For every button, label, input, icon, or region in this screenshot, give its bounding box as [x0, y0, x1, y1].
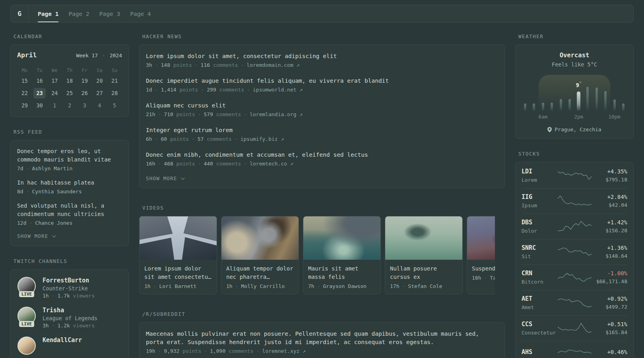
stock-row[interactable]: CRN Bitcorn -1.00% $66,171.48 — [522, 265, 627, 290]
stock-symbol: CRN — [522, 270, 558, 277]
video-title[interactable]: Lorem ipsum dolor sit amet consectetu… — [144, 265, 212, 281]
tab-page-1[interactable]: Page 1 — [38, 5, 58, 22]
calendar-day: 16 — [33, 76, 46, 86]
separator-dot: · — [153, 283, 157, 289]
comments-count: 299 — [207, 87, 216, 93]
separator-dot: · — [402, 283, 405, 289]
calendar-month: April — [17, 51, 37, 59]
video-author: Molly Carrillo — [241, 283, 285, 289]
stock-price: $66,171.48 — [592, 278, 628, 284]
video-title[interactable]: Suspendisse diam — [472, 265, 495, 273]
video-meta: 1h·Molly Carrillo — [226, 283, 294, 289]
rss-item-title[interactable]: Donec tempor eros leo, ut commodo mauris… — [17, 147, 122, 164]
comments-label: comments — [213, 111, 241, 117]
calendar-day: 18 — [63, 76, 76, 86]
hackernews-item: Donec enim nibh, condimentum et accumsan… — [146, 151, 498, 167]
stock-identity: AET Amet — [522, 295, 558, 310]
twitch-channel-name[interactable]: KendallCarr — [43, 337, 82, 344]
source-domain-link[interactable]: loremnet.xyz — [262, 348, 300, 354]
story-title[interactable]: Aliquam nec cursus elit — [146, 101, 498, 110]
item-author: Chance Jones — [35, 220, 72, 226]
rss-item-meta: 12d·Chance Jones — [17, 220, 122, 226]
tab-page-2[interactable]: Page 2 — [68, 5, 89, 22]
hackernews-card: Lorem ipsum dolor sit amet, consectetur … — [139, 45, 505, 188]
stock-row[interactable]: AET Amet +0.92% $499.72 — [522, 290, 627, 315]
source-domain-link[interactable]: loremtech.co — [250, 161, 287, 167]
stock-row[interactable]: AHS +0.46% — [522, 341, 627, 358]
comments-label: comments — [213, 161, 241, 167]
calendar-day: 24 — [48, 88, 61, 99]
video-thumbnail[interactable] — [467, 216, 495, 260]
twitch-avatar-wrap — [17, 337, 36, 355]
story-title[interactable]: Donec enim nibh, condimentum et accumsan… — [146, 151, 498, 159]
weather-time-labels: 6am2pm10pm — [524, 114, 625, 120]
video-title[interactable]: Aliquam tempor dolor nec pharetra… — [226, 265, 294, 281]
stock-row[interactable]: IIG Ipsum +2.84% $42.04 — [522, 188, 627, 214]
stock-row[interactable]: LDI Lorem +4.35% $795.18 — [522, 163, 627, 188]
separator-dot: · — [235, 136, 238, 142]
separator-dot: · — [198, 161, 201, 167]
show-more-label: SHOW MORE — [17, 233, 48, 239]
subreddit-card: Maecenas mollis pulvinar erat non posuer… — [139, 322, 505, 358]
video-thumbnail[interactable] — [140, 216, 217, 260]
story-title[interactable]: Lorem ipsum dolor sit amet, consectetur … — [146, 52, 498, 60]
source-domain-link[interactable]: ipsumworld.net — [253, 87, 297, 93]
story-title[interactable]: Donec imperdiet augue tincidunt felis al… — [146, 77, 498, 85]
calendar-weekday: Fr — [77, 66, 92, 75]
videos-widget: VIDEOS Lorem ipsum dolor sit amet consec… — [139, 205, 505, 294]
calendar-day: 25 — [63, 88, 76, 99]
rss-show-more-button[interactable]: SHOW MORE — [17, 233, 55, 239]
stock-name: Dolor — [522, 228, 558, 234]
video-thumbnail[interactable] — [303, 216, 380, 260]
tab-page-4[interactable]: Page 4 — [130, 5, 151, 22]
right-column: WEATHER Overcast Feels like 5°C 9° 6am2p… — [515, 33, 634, 358]
separator-dot: · — [26, 189, 29, 195]
stock-change: -1.00% — [592, 270, 628, 276]
video-title[interactable]: Mauris sit amet massa felis — [308, 265, 376, 281]
twitch-channel-name[interactable]: ForrestBurton — [43, 277, 95, 284]
weather-bar — [542, 103, 544, 111]
story-meta: 21h·710 points·579 comments·loremlandia.… — [146, 111, 498, 117]
stock-row[interactable]: CCS Consectetur +0.51% $165.84 — [522, 315, 627, 341]
stock-row[interactable]: DBS Dolor +1.42% $156.28 — [522, 214, 627, 239]
calendar-week-label: Week — [76, 53, 88, 58]
stock-price: $165.84 — [592, 329, 628, 335]
video-title[interactable]: Nullam posuere cursus ex — [390, 265, 458, 281]
stock-sparkline — [558, 169, 592, 182]
separator-dot: · — [241, 62, 244, 68]
separator-dot: · — [201, 87, 204, 93]
separator-dot: · — [102, 53, 105, 58]
twitch-channel-game[interactable]: League of Legends — [43, 315, 97, 321]
weather-bar — [551, 103, 553, 111]
story-title[interactable]: Integer eget rutrum lorem — [146, 126, 498, 134]
video-thumbnail[interactable] — [385, 216, 462, 260]
twitch-channel-info: Trisha League of Legends 3h·1.2k viewers — [43, 307, 97, 329]
rss-item-title[interactable]: Sed volutpat nulla nisl, a condimentum n… — [17, 202, 122, 218]
video-list: Lorem ipsum dolor sit amet consectetu… 1… — [139, 216, 495, 294]
twitch-channel-game[interactable]: Counter-Strike — [43, 285, 95, 292]
rss-item-title[interactable]: In hac habitasse platea — [17, 179, 122, 187]
video-meta: 1h·Lori Barnett — [144, 283, 212, 289]
separator-dot: · — [52, 323, 55, 329]
middle-column: HACKER NEWS Lorem ipsum dolor sit amet, … — [139, 33, 505, 358]
video-time: 1h — [144, 283, 151, 289]
rss-item-meta: 7d·Ashlyn Martin — [17, 165, 122, 171]
time-axis-label: 6am — [539, 114, 548, 120]
calendar-day: 26 — [78, 88, 91, 99]
source-domain-link[interactable]: loremdomain.com — [246, 62, 293, 68]
avatar[interactable] — [17, 337, 36, 355]
tab-page-3[interactable]: Page 3 — [99, 5, 120, 22]
source-domain-link[interactable]: loremlandia.org — [250, 111, 296, 117]
source-domain-link[interactable]: ipsumify.biz — [241, 136, 278, 142]
subreddit-post-title[interactable]: Maecenas mollis pulvinar erat non posuer… — [146, 330, 498, 346]
stock-change: +0.51% — [592, 321, 628, 327]
video-meta: 18h·Tara — [472, 275, 495, 281]
video-thumbnail[interactable] — [221, 216, 299, 260]
weather-bar — [622, 103, 625, 111]
twitch-channel-name[interactable]: Trisha — [43, 307, 97, 314]
hackernews-show-more-button[interactable]: SHOW MORE — [146, 175, 184, 181]
item-time: 19h — [146, 348, 155, 354]
stock-row[interactable]: SNRC Sit +1.36% $148.64 — [522, 239, 627, 265]
calendar-week-year: Week 17 · 2024 — [76, 53, 122, 58]
stock-identity: AHS — [522, 348, 558, 358]
